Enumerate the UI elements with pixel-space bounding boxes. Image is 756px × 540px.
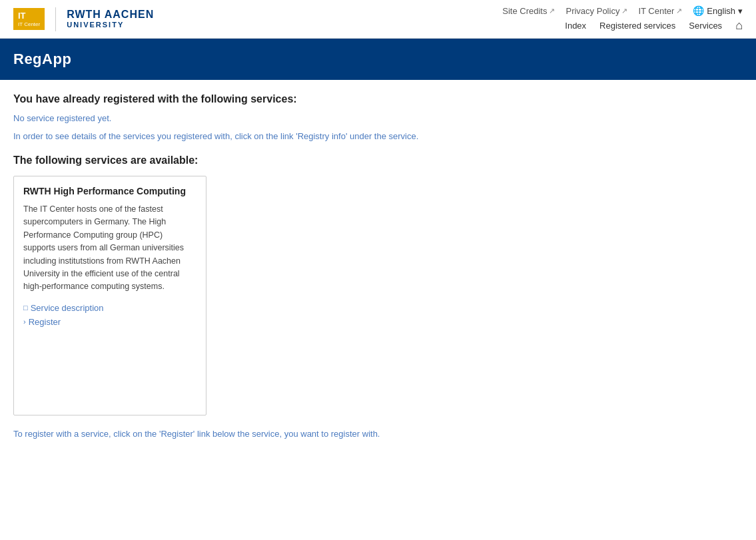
rwth-logo-line1: RWTH AACHEN	[67, 9, 154, 21]
register-bullet-icon: ›	[23, 318, 26, 326]
it-label: IT	[18, 11, 26, 21]
registered-heading: You have already registered with the fol…	[13, 93, 743, 105]
language-selector[interactable]: 🌐 English ▾	[693, 5, 743, 16]
logo-divider	[55, 7, 56, 31]
service-card-description: The IT Center hosts one of the fastest s…	[23, 203, 196, 294]
page-title: RegApp	[13, 51, 743, 68]
nav-services-label: Services	[689, 21, 722, 31]
it-center-logo: IT IT Center	[13, 8, 45, 30]
nav-registered-services-link[interactable]: Registered services	[599, 21, 675, 31]
available-heading: The following services are available:	[13, 154, 743, 166]
no-service-text: No service registered yet.	[13, 113, 743, 123]
it-sub-label: IT Center	[18, 21, 40, 28]
registered-section: You have already registered with the fol…	[13, 93, 743, 141]
service-card-links: □ Service description › Register	[23, 303, 196, 327]
external-link-icon-privacy: ↗	[621, 7, 627, 15]
registry-info-text: In order to see details of the services …	[13, 131, 743, 141]
register-label: Register	[29, 317, 61, 327]
service-card-hpc: RWTH High Performance Computing The IT C…	[13, 176, 206, 415]
page-header: RegApp	[0, 39, 756, 80]
nav-index-label: Index	[565, 21, 586, 31]
globe-icon: 🌐	[693, 5, 704, 16]
external-link-icon-itcenter: ↗	[676, 7, 682, 15]
logo-area: IT IT Center RWTH AACHEN UNIVERSITY	[13, 7, 154, 31]
language-label: English	[707, 6, 735, 16]
privacy-policy-label: Privacy Policy	[566, 6, 619, 16]
nav-index-link[interactable]: Index	[565, 21, 586, 31]
dropdown-arrow-icon: ▾	[738, 6, 743, 16]
rwth-logo: RWTH AACHEN UNIVERSITY	[67, 9, 154, 29]
rwth-logo-line2: UNIVERSITY	[67, 21, 154, 29]
service-description-bullet-icon: □	[23, 304, 28, 312]
it-center-link[interactable]: IT Center ↗	[638, 6, 682, 16]
privacy-policy-link[interactable]: Privacy Policy ↗	[566, 6, 627, 16]
available-section: The following services are available: RW…	[13, 154, 743, 415]
footer-note: To register with a service, click on the…	[13, 429, 743, 439]
service-card-title: RWTH High Performance Computing	[23, 186, 196, 196]
top-links: Site Credits ↗ Privacy Policy ↗ IT Cente…	[502, 5, 743, 16]
register-link[interactable]: › Register	[23, 317, 196, 327]
site-credits-link[interactable]: Site Credits ↗	[502, 6, 555, 16]
nav-links: Index Registered services Services ⌂	[565, 19, 743, 33]
site-credits-label: Site Credits	[502, 6, 547, 16]
service-description-link[interactable]: □ Service description	[23, 303, 196, 313]
service-description-label: Service description	[31, 303, 104, 313]
nav-registered-services-label: Registered services	[599, 21, 675, 31]
nav-services-link[interactable]: Services	[689, 21, 722, 31]
it-center-label: IT Center	[638, 6, 674, 16]
top-bar: IT IT Center RWTH AACHEN UNIVERSITY Site…	[0, 0, 756, 39]
main-content: You have already registered with the fol…	[0, 80, 756, 452]
home-icon[interactable]: ⌂	[735, 19, 743, 33]
top-bar-right: Site Credits ↗ Privacy Policy ↗ IT Cente…	[502, 5, 743, 33]
external-link-icon-site-credits: ↗	[549, 7, 555, 15]
